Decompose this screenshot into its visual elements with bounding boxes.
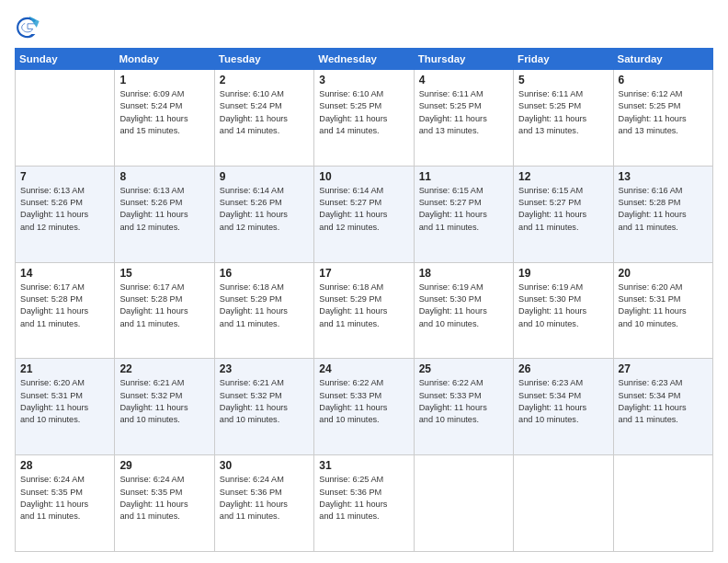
day-number: 26 xyxy=(518,362,608,375)
calendar-cell: 12Sunrise: 6:15 AM Sunset: 5:27 PM Dayli… xyxy=(514,166,613,262)
day-number: 5 xyxy=(518,74,608,86)
calendar-cell: 10Sunrise: 6:14 AM Sunset: 5:27 PM Dayli… xyxy=(314,166,414,262)
calendar-cell: 7Sunrise: 6:13 AM Sunset: 5:26 PM Daylig… xyxy=(16,166,115,262)
calendar-header: SundayMondayTuesdayWednesdayThursdayFrid… xyxy=(16,49,713,70)
day-number: 4 xyxy=(419,74,508,86)
day-number: 9 xyxy=(220,170,309,183)
day-info: Sunrise: 6:10 AM Sunset: 5:24 PM Dayligh… xyxy=(220,88,309,137)
calendar-cell: 1Sunrise: 6:09 AM Sunset: 5:24 PM Daylig… xyxy=(115,70,214,167)
day-number: 25 xyxy=(419,362,508,375)
day-info: Sunrise: 6:15 AM Sunset: 5:27 PM Dayligh… xyxy=(419,185,508,234)
calendar-cell: 31Sunrise: 6:25 AM Sunset: 5:36 PM Dayli… xyxy=(314,455,414,552)
day-number: 24 xyxy=(319,362,408,375)
weekday-header: Tuesday xyxy=(214,49,313,70)
calendar-week-row: 14Sunrise: 6:17 AM Sunset: 5:28 PM Dayli… xyxy=(16,262,713,359)
calendar-cell: 19Sunrise: 6:19 AM Sunset: 5:30 PM Dayli… xyxy=(514,262,613,359)
calendar-cell: 28Sunrise: 6:24 AM Sunset: 5:35 PM Dayli… xyxy=(16,455,115,552)
calendar-cell: 26Sunrise: 6:23 AM Sunset: 5:34 PM Dayli… xyxy=(514,359,613,455)
calendar-cell xyxy=(414,455,513,552)
day-info: Sunrise: 6:20 AM Sunset: 5:31 PM Dayligh… xyxy=(20,377,109,426)
calendar-cell: 13Sunrise: 6:16 AM Sunset: 5:28 PM Dayli… xyxy=(613,166,712,262)
day-info: Sunrise: 6:16 AM Sunset: 5:28 PM Dayligh… xyxy=(619,185,708,234)
weekday-header: Wednesday xyxy=(314,49,414,70)
calendar-week-row: 21Sunrise: 6:20 AM Sunset: 5:31 PM Dayli… xyxy=(16,359,713,455)
day-number: 1 xyxy=(119,74,209,86)
day-info: Sunrise: 6:23 AM Sunset: 5:34 PM Dayligh… xyxy=(619,377,708,426)
weekday-header: Monday xyxy=(115,49,214,70)
day-number: 7 xyxy=(20,170,109,183)
day-number: 8 xyxy=(119,170,209,183)
day-number: 29 xyxy=(119,459,209,472)
calendar-week-row: 28Sunrise: 6:24 AM Sunset: 5:35 PM Dayli… xyxy=(16,455,713,552)
day-info: Sunrise: 6:11 AM Sunset: 5:25 PM Dayligh… xyxy=(518,88,608,137)
weekday-header: Thursday xyxy=(414,49,513,70)
calendar-cell: 2Sunrise: 6:10 AM Sunset: 5:24 PM Daylig… xyxy=(214,70,313,167)
header xyxy=(15,11,713,40)
day-number: 31 xyxy=(319,459,408,472)
calendar-week-row: 7Sunrise: 6:13 AM Sunset: 5:26 PM Daylig… xyxy=(16,166,713,262)
day-info: Sunrise: 6:14 AM Sunset: 5:27 PM Dayligh… xyxy=(319,185,408,234)
calendar-cell: 30Sunrise: 6:24 AM Sunset: 5:36 PM Dayli… xyxy=(214,455,313,552)
day-number: 27 xyxy=(619,362,708,375)
page: SundayMondayTuesdayWednesdayThursdayFrid… xyxy=(0,0,728,563)
day-info: Sunrise: 6:23 AM Sunset: 5:34 PM Dayligh… xyxy=(518,377,608,426)
day-info: Sunrise: 6:19 AM Sunset: 5:30 PM Dayligh… xyxy=(518,282,608,330)
day-info: Sunrise: 6:11 AM Sunset: 5:25 PM Dayligh… xyxy=(419,88,508,137)
calendar-cell: 8Sunrise: 6:13 AM Sunset: 5:26 PM Daylig… xyxy=(115,166,214,262)
day-number: 28 xyxy=(20,459,109,472)
day-info: Sunrise: 6:17 AM Sunset: 5:28 PM Dayligh… xyxy=(20,282,109,330)
day-info: Sunrise: 6:24 AM Sunset: 5:35 PM Dayligh… xyxy=(20,474,109,523)
day-info: Sunrise: 6:10 AM Sunset: 5:25 PM Dayligh… xyxy=(319,88,408,137)
day-number: 16 xyxy=(220,267,309,280)
calendar-cell: 25Sunrise: 6:22 AM Sunset: 5:33 PM Dayli… xyxy=(414,359,513,455)
calendar-cell: 11Sunrise: 6:15 AM Sunset: 5:27 PM Dayli… xyxy=(414,166,513,262)
day-number: 11 xyxy=(419,170,508,183)
day-number: 18 xyxy=(419,267,508,280)
calendar-cell: 9Sunrise: 6:14 AM Sunset: 5:26 PM Daylig… xyxy=(214,166,313,262)
day-number: 3 xyxy=(319,74,408,86)
day-info: Sunrise: 6:22 AM Sunset: 5:33 PM Dayligh… xyxy=(319,377,408,426)
day-number: 30 xyxy=(220,459,309,472)
day-info: Sunrise: 6:09 AM Sunset: 5:24 PM Dayligh… xyxy=(119,88,209,137)
calendar-cell: 27Sunrise: 6:23 AM Sunset: 5:34 PM Dayli… xyxy=(613,359,712,455)
calendar-cell: 15Sunrise: 6:17 AM Sunset: 5:28 PM Dayli… xyxy=(115,262,214,359)
calendar-cell: 3Sunrise: 6:10 AM Sunset: 5:25 PM Daylig… xyxy=(314,70,414,167)
day-info: Sunrise: 6:12 AM Sunset: 5:25 PM Dayligh… xyxy=(619,88,708,137)
calendar-cell: 29Sunrise: 6:24 AM Sunset: 5:35 PM Dayli… xyxy=(115,455,214,552)
day-info: Sunrise: 6:25 AM Sunset: 5:36 PM Dayligh… xyxy=(319,474,408,523)
calendar-cell: 17Sunrise: 6:18 AM Sunset: 5:29 PM Dayli… xyxy=(314,262,414,359)
calendar-body: 1Sunrise: 6:09 AM Sunset: 5:24 PM Daylig… xyxy=(16,70,713,552)
day-info: Sunrise: 6:15 AM Sunset: 5:27 PM Dayligh… xyxy=(518,185,608,234)
day-number: 14 xyxy=(20,267,109,280)
calendar-cell xyxy=(613,455,712,552)
day-number: 21 xyxy=(20,362,109,375)
day-info: Sunrise: 6:17 AM Sunset: 5:28 PM Dayligh… xyxy=(119,282,209,330)
logo-icon xyxy=(15,15,40,40)
day-number: 6 xyxy=(619,74,708,86)
day-number: 13 xyxy=(619,170,708,183)
day-info: Sunrise: 6:18 AM Sunset: 5:29 PM Dayligh… xyxy=(220,282,309,330)
weekday-header: Saturday xyxy=(613,49,712,70)
calendar-cell: 14Sunrise: 6:17 AM Sunset: 5:28 PM Dayli… xyxy=(16,262,115,359)
day-info: Sunrise: 6:19 AM Sunset: 5:30 PM Dayligh… xyxy=(419,282,508,330)
calendar-cell: 23Sunrise: 6:21 AM Sunset: 5:32 PM Dayli… xyxy=(214,359,313,455)
day-number: 19 xyxy=(518,267,608,280)
calendar-cell: 18Sunrise: 6:19 AM Sunset: 5:30 PM Dayli… xyxy=(414,262,513,359)
day-info: Sunrise: 6:24 AM Sunset: 5:35 PM Dayligh… xyxy=(119,474,209,523)
day-info: Sunrise: 6:13 AM Sunset: 5:26 PM Dayligh… xyxy=(119,185,209,234)
calendar-cell: 20Sunrise: 6:20 AM Sunset: 5:31 PM Dayli… xyxy=(613,262,712,359)
day-number: 22 xyxy=(119,362,209,375)
calendar-cell: 24Sunrise: 6:22 AM Sunset: 5:33 PM Dayli… xyxy=(314,359,414,455)
calendar-cell xyxy=(16,70,115,167)
calendar-table: SundayMondayTuesdayWednesdayThursdayFrid… xyxy=(15,48,713,552)
calendar-cell: 4Sunrise: 6:11 AM Sunset: 5:25 PM Daylig… xyxy=(414,70,513,167)
calendar-week-row: 1Sunrise: 6:09 AM Sunset: 5:24 PM Daylig… xyxy=(16,70,713,167)
logo xyxy=(15,15,44,40)
day-info: Sunrise: 6:21 AM Sunset: 5:32 PM Dayligh… xyxy=(220,377,309,426)
calendar-cell: 16Sunrise: 6:18 AM Sunset: 5:29 PM Dayli… xyxy=(214,262,313,359)
day-number: 17 xyxy=(319,267,408,280)
day-info: Sunrise: 6:18 AM Sunset: 5:29 PM Dayligh… xyxy=(319,282,408,330)
calendar-cell: 22Sunrise: 6:21 AM Sunset: 5:32 PM Dayli… xyxy=(115,359,214,455)
calendar-cell: 6Sunrise: 6:12 AM Sunset: 5:25 PM Daylig… xyxy=(613,70,712,167)
day-info: Sunrise: 6:20 AM Sunset: 5:31 PM Dayligh… xyxy=(619,282,708,330)
